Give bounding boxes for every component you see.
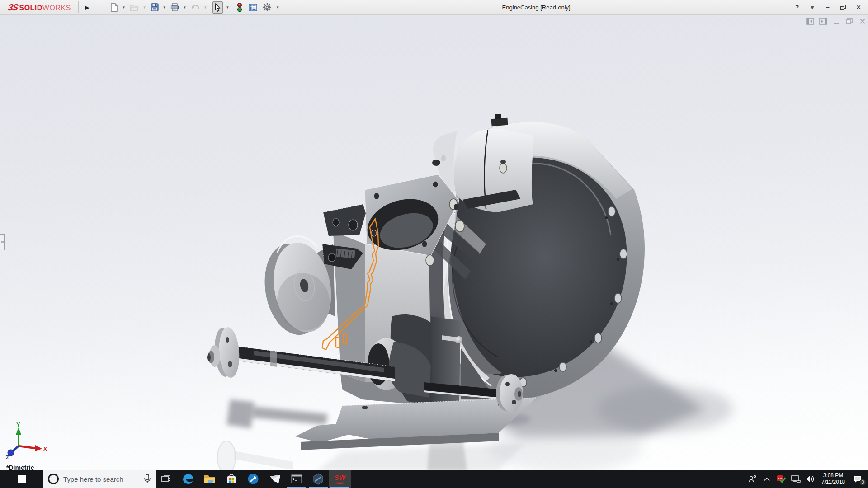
solidworks-monitor-tray[interactable]: sw [775, 470, 788, 488]
close-button[interactable]: ✕ [853, 4, 864, 11]
options-gear-icon [263, 3, 272, 12]
featuremanager-splitter-tab[interactable] [0, 234, 5, 250]
triad-x-label: X [43, 446, 47, 452]
svg-text:sw: sw [778, 477, 783, 480]
edge-icon [182, 473, 194, 485]
action-center-button[interactable]: 3 [850, 470, 865, 488]
select-tool-dropdown[interactable]: ▼ [224, 5, 231, 9]
volume-button[interactable] [804, 470, 816, 488]
titlebar: 3S SOLID WORKS ▶ ▼ ▼ [0, 0, 868, 15]
people-button[interactable] [746, 470, 759, 488]
new-document-dropdown[interactable]: ▼ [120, 5, 127, 9]
select-cursor-icon [214, 3, 222, 12]
volume-icon [806, 475, 815, 483]
cortana-icon [48, 474, 59, 484]
taskbar-hexagon-app[interactable] [307, 470, 329, 488]
taskbar-store[interactable] [221, 470, 242, 488]
file-explorer-icon [204, 474, 216, 484]
task-view-icon [161, 474, 171, 483]
engine-casing-model[interactable]: Y X Z [0, 15, 868, 470]
open-dropdown: ▼ [141, 5, 148, 9]
print-dropdown[interactable]: ▼ [181, 5, 189, 9]
help-button[interactable]: ? [791, 4, 803, 11]
rebuild-traffic-light-icon [237, 3, 242, 12]
sw-logo-text: SW [335, 474, 345, 481]
chevron-up-icon [764, 477, 770, 481]
solidworks-app-icon: SW 2017 [335, 474, 345, 484]
hexagon-app-icon [313, 473, 324, 485]
options-dropdown[interactable]: ▼ [274, 5, 281, 9]
search-placeholder: Type here to search [63, 475, 139, 483]
sw-logo-year: 2017 [336, 481, 344, 484]
save-button[interactable] [149, 1, 160, 13]
triad-z-label: Z [6, 455, 9, 460]
orientation-triad: Y X Z [6, 421, 47, 460]
taskbar-solidworks[interactable]: SW 2017 [329, 470, 351, 488]
taskbar-search[interactable]: Type here to search [43, 470, 156, 488]
restore-button[interactable] [837, 5, 849, 10]
splitter-dot [1, 241, 4, 243]
microphone-icon[interactable] [144, 474, 151, 484]
solidworks-check-icon: sw [777, 474, 786, 483]
solidworks-logo-mark-icon: 3S [7, 2, 19, 13]
print-icon [170, 3, 179, 11]
collapse-right-pane-button[interactable] [819, 17, 828, 25]
doc-minimize-button[interactable] [832, 17, 841, 25]
print-button[interactable] [169, 1, 180, 13]
separator [96, 1, 96, 13]
start-button[interactable] [0, 470, 43, 488]
taskbar-mail[interactable] [264, 470, 286, 488]
doc-restore-button[interactable] [845, 17, 854, 25]
tray-date: 7/11/2018 [818, 479, 848, 486]
document-window-controls [806, 17, 867, 25]
tray-time: 3:08 PM [818, 472, 848, 479]
menu-expand-arrow[interactable]: ▶ [81, 2, 93, 13]
new-document-icon [110, 3, 118, 12]
collapse-left-pane-button[interactable] [806, 17, 815, 25]
network-button[interactable] [789, 470, 802, 488]
brand-works: WORKS [42, 4, 71, 12]
windows-taskbar: Type here to search [0, 470, 868, 488]
graphics-viewport[interactable]: Y X Z *Dimetric [0, 15, 868, 470]
taskbar-edge[interactable] [177, 470, 199, 488]
task-view-button[interactable] [156, 470, 177, 488]
view-orientation-label: *Dimetric [6, 464, 34, 470]
options-button[interactable] [261, 1, 273, 14]
brand-solid: SOLID [19, 4, 42, 12]
taskbar-support-tool[interactable] [242, 470, 264, 488]
new-document-button[interactable] [109, 1, 119, 14]
select-tool-button[interactable] [212, 1, 223, 14]
save-floppy-icon [151, 3, 159, 11]
mail-icon [269, 474, 281, 483]
system-tray: sw 3:08 PM 7/11/2018 [746, 470, 868, 488]
people-icon [748, 475, 757, 483]
support-wrench-icon [247, 473, 259, 485]
separator [78, 1, 79, 13]
doc-close-button[interactable] [858, 17, 867, 25]
help-dropdown[interactable]: ▼ [807, 4, 818, 11]
hidden-icons-button[interactable] [760, 470, 773, 488]
task-pane-list-icon [249, 4, 257, 11]
undo-button[interactable] [189, 2, 201, 13]
minimize-button[interactable]: – [822, 4, 834, 11]
taskbar-command-prompt[interactable] [286, 470, 307, 488]
task-pane-button[interactable] [247, 2, 259, 13]
rebuild-button[interactable] [236, 1, 244, 14]
open-button[interactable] [128, 2, 140, 13]
document-title: EngineCasing [Read-only] [281, 4, 791, 11]
solidworks-logo[interactable]: 3S SOLID WORKS [0, 2, 75, 13]
quick-access-toolbar: ▼ ▼ ▼ [109, 1, 281, 14]
notification-badge: 3 [859, 479, 866, 486]
window-controls: ? ▼ – ✕ [791, 4, 868, 11]
command-prompt-icon [291, 474, 302, 483]
tray-clock[interactable]: 3:08 PM 7/11/2018 [818, 472, 848, 486]
triad-y-label: Y [16, 421, 20, 428]
taskbar-file-explorer[interactable] [199, 470, 221, 488]
save-dropdown[interactable]: ▼ [161, 5, 168, 9]
store-icon [226, 474, 237, 484]
undo-dropdown: ▼ [202, 5, 209, 9]
network-icon [791, 475, 801, 483]
windows-logo-icon [18, 475, 26, 483]
open-folder-icon [130, 4, 139, 11]
undo-icon [191, 4, 200, 11]
